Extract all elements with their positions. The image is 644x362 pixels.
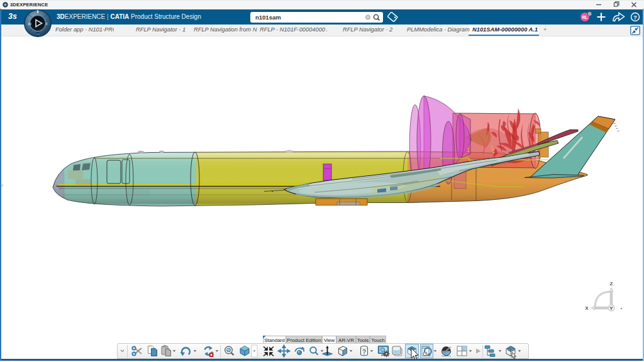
svg-text:3s: 3s — [8, 12, 17, 21]
svg-text:Y: Y — [609, 305, 613, 311]
svg-text:?: ? — [362, 349, 366, 356]
svg-text:?: ? — [633, 14, 637, 21]
svg-text:F: F — [46, 23, 48, 26]
svg-text:3D: 3D — [28, 23, 32, 26]
svg-text:RL: RL — [582, 15, 588, 19]
svg-text:X: X — [585, 305, 589, 311]
svg-text:V.R: V.R — [36, 33, 40, 36]
svg-text:Z: Z — [610, 281, 613, 287]
